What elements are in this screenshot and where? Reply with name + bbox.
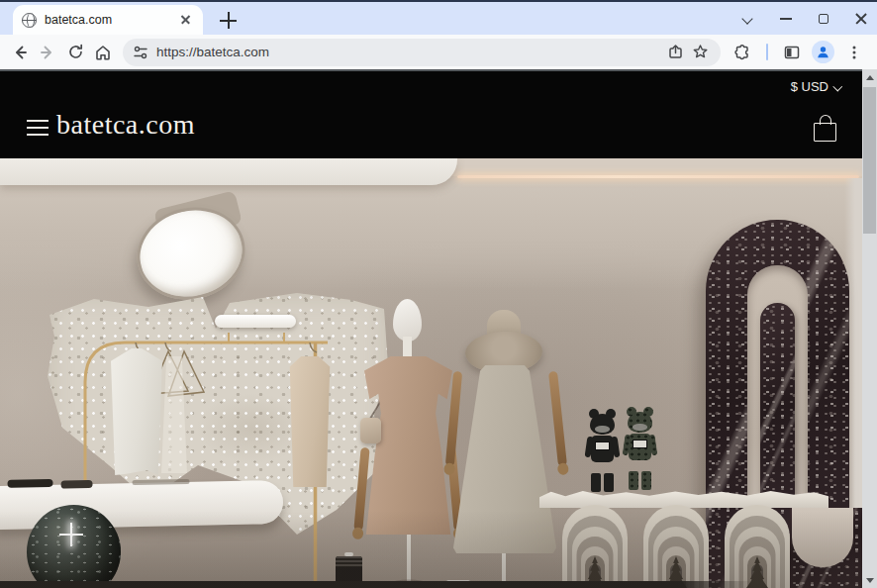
globe-favicon-icon xyxy=(22,13,37,28)
browser-toolbar: https://batetca.com xyxy=(0,35,877,69)
mannequin-neck xyxy=(403,337,412,358)
share-icon[interactable] xyxy=(667,44,684,60)
tab-strip: batetca.com xyxy=(0,2,877,35)
scroll-up-button[interactable] xyxy=(862,69,877,85)
wooden-arm xyxy=(353,447,369,531)
hanging-shirt xyxy=(111,348,162,475)
menu-dots-icon[interactable] xyxy=(840,39,868,66)
tab-search-chevron-icon[interactable] xyxy=(743,14,753,24)
close-window-icon[interactable] xyxy=(855,13,867,25)
rack-tube-light xyxy=(215,315,296,328)
shelf-item xyxy=(132,479,189,485)
currency-label: $ USD xyxy=(791,79,828,94)
scroll-down-button[interactable] xyxy=(862,572,877,588)
wooden-arm xyxy=(445,371,462,466)
hanging-beige-top xyxy=(288,356,332,487)
hamburger-menu-icon[interactable] xyxy=(27,120,49,136)
arch-display-unit xyxy=(557,505,795,588)
hero-image xyxy=(0,158,862,588)
scrollbar-thumb[interactable] xyxy=(863,87,876,234)
profile-avatar[interactable] xyxy=(812,41,834,63)
url-text[interactable]: https://batetca.com xyxy=(156,45,659,59)
grey-dress xyxy=(453,365,556,553)
tab-close-icon[interactable] xyxy=(178,12,194,28)
arch-module xyxy=(725,505,790,588)
new-tab-button[interactable] xyxy=(220,12,237,29)
bearbrick-black xyxy=(587,409,618,492)
address-bar[interactable]: https://batetca.com xyxy=(123,39,721,66)
site-logo[interactable]: batetca.com xyxy=(56,109,195,141)
site-header: batetca.com $ USD xyxy=(0,69,862,158)
site-settings-icon[interactable] xyxy=(133,46,148,59)
back-button[interactable] xyxy=(6,39,34,66)
tan-dress xyxy=(364,356,452,535)
page-scrollbar[interactable] xyxy=(862,69,877,588)
bearbrick-green xyxy=(625,407,655,490)
forward-button[interactable] xyxy=(34,39,61,66)
home-button[interactable] xyxy=(89,39,117,66)
marble-recess-bottom xyxy=(792,508,853,567)
crossbody-bag xyxy=(360,418,381,443)
tab-title: batetca.com xyxy=(45,13,170,27)
minimize-icon[interactable] xyxy=(780,18,792,20)
arch-module xyxy=(643,505,709,588)
marble-sphere xyxy=(27,505,121,588)
shopping-bag-icon[interactable] xyxy=(814,123,836,142)
reload-button[interactable] xyxy=(61,39,89,66)
sunglasses xyxy=(7,479,52,488)
mannequin-grey-dress xyxy=(445,302,564,588)
toolbar-divider xyxy=(766,44,768,60)
bookmark-star-icon[interactable] xyxy=(692,44,709,60)
currency-selector[interactable]: $ USD xyxy=(791,79,842,94)
chevron-down-icon xyxy=(834,83,842,91)
mannequin-head xyxy=(393,299,422,342)
extensions-icon[interactable] xyxy=(729,39,756,66)
arch-module xyxy=(562,505,628,588)
side-panel-icon[interactable] xyxy=(778,39,806,66)
maximize-icon[interactable] xyxy=(819,14,828,24)
toolbar-actions xyxy=(729,39,868,66)
floor-plinth xyxy=(0,581,752,588)
sunglasses xyxy=(60,480,92,489)
browser-tab[interactable]: batetca.com xyxy=(13,5,203,35)
window-controls xyxy=(743,6,867,32)
window-frame-edge xyxy=(0,0,877,2)
